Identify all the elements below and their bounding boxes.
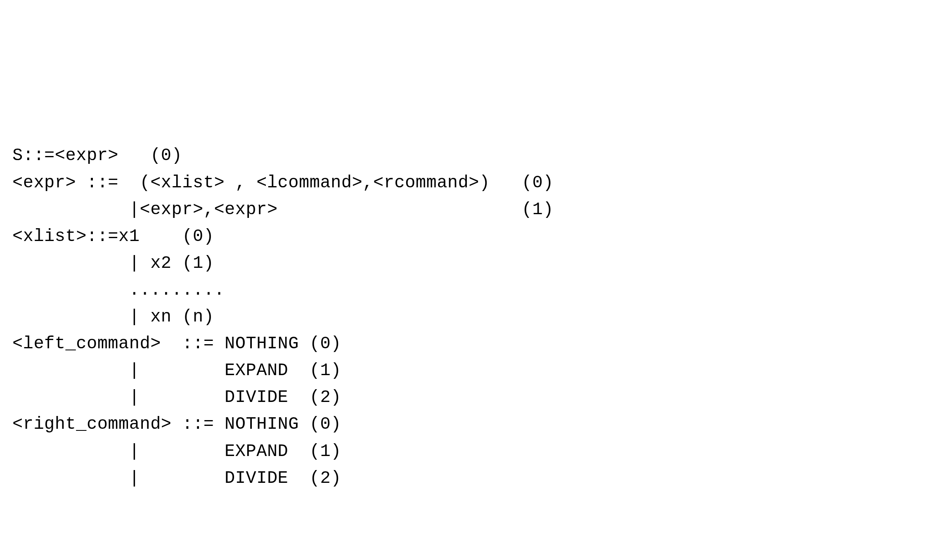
- grammar-line: <left_command> ::= NOTHING (0): [12, 334, 341, 354]
- grammar-line: S::=<expr> (0): [12, 146, 182, 165]
- grammar-bnf-block: S::=<expr> (0) <expr> ::= (<xlist> , <lc…: [12, 116, 916, 491]
- grammar-line: | DIVIDE (2): [12, 468, 341, 488]
- grammar-line: .........: [12, 280, 225, 300]
- grammar-line: | xn (n): [12, 307, 214, 327]
- grammar-line: | EXPAND (1): [12, 361, 341, 380]
- grammar-line: <expr> ::= (<xlist> , <lcommand>,<rcomma…: [12, 173, 554, 193]
- grammar-line: | EXPAND (1): [12, 442, 341, 461]
- grammar-line: | DIVIDE (2): [12, 388, 341, 407]
- grammar-line: | x2 (1): [12, 253, 214, 273]
- grammar-line: <right_command> ::= NOTHING (0): [12, 414, 341, 434]
- grammar-line: |<expr>,<expr> (1): [12, 200, 554, 220]
- grammar-line: <xlist>::=x1 (0): [12, 227, 214, 246]
